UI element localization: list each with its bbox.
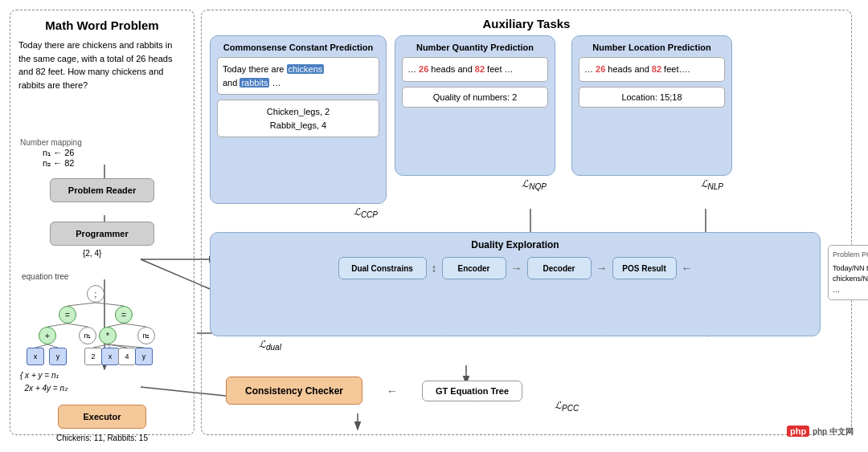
- nlp-loss: ℒNLP: [701, 178, 723, 191]
- logo: php php 中文网: [787, 425, 854, 438]
- ccp-loss: ℒCCP: [354, 206, 378, 219]
- math-problem-section: Math Word Problem Today there are chicke…: [10, 10, 194, 435]
- ccp-result-box: Chicken_legs, 2Rabbit_legs, 4: [217, 100, 379, 137]
- arrow-dp: →: [596, 262, 608, 275]
- auxiliary-title: Auxiliary Tasks: [210, 17, 843, 31]
- dual-constrains-box: Dual Constrains: [338, 257, 427, 279]
- main-container: Math Word Problem Today there are chicke…: [0, 0, 868, 452]
- pos-result-box: POS Result: [612, 257, 677, 279]
- equations: { x + y = n₁ 2x + 4y = n₂: [20, 369, 186, 395]
- tree-node-eq1: =: [59, 306, 76, 324]
- top-panels: Commonsense Constant Prediction Today th…: [210, 35, 843, 204]
- problem-reader-box: Problem Reader: [50, 178, 154, 202]
- svg-line-22: [96, 303, 124, 306]
- decoder-box: Decoder: [527, 257, 592, 279]
- encoder-box: Encoder: [442, 257, 506, 279]
- n1-label: n₁ ← 26: [43, 148, 186, 158]
- tree-node-eq2: =: [115, 306, 133, 324]
- ccp-highlight-rabbits: rabbits: [240, 78, 269, 88]
- svg-line-26: [124, 324, 146, 327]
- pos-tagging-text: Today/NN there/EX are/VBPchickens/NNS an…: [833, 263, 868, 296]
- tree-node-root: ;: [87, 285, 104, 303]
- auxiliary-section: Auxiliary Tasks Commonsense Constant Pre…: [201, 10, 852, 435]
- arrow-ed: →: [511, 262, 522, 275]
- tree-node-y1: y: [49, 348, 67, 365]
- ccp-text-ellipsis: …: [272, 78, 281, 88]
- nlp-panel: Number Location Prediction … 26 heads an…: [571, 35, 732, 176]
- tree-node-y2: y: [135, 348, 153, 365]
- ccp-highlight-chickens: chickens: [287, 64, 325, 74]
- tree-node-plus: +: [39, 327, 56, 344]
- nlp-title: Number Location Prediction: [579, 43, 725, 52]
- number-mapping-label: Number mapping: [20, 138, 82, 147]
- ccp-text-before: Today there are: [223, 64, 287, 74]
- arrow-ec: ↕: [432, 262, 437, 275]
- nqp-title: Number Quantity Prediction: [402, 43, 548, 52]
- gt-equation-box: GT Equation Tree: [422, 381, 522, 401]
- tree-node-n2: n₂: [137, 327, 155, 344]
- equation-tree-diagram: ; = = + n₁ * n₂ x y 2 x 4 y: [18, 285, 186, 365]
- bottom-row: Consistency Checker ← GT Equation Tree ℒ…: [226, 377, 843, 405]
- consistency-checker-box: Consistency Checker: [226, 377, 362, 405]
- pos-tagging-label: Problem POS tagging: [833, 250, 868, 261]
- ccp-text-and: and: [223, 78, 240, 88]
- pcc-loss: ℒPCC: [555, 400, 579, 413]
- tree-node-x2: x: [101, 348, 119, 365]
- brace-values: {2, 4}: [83, 249, 186, 258]
- equation-tree-label: equation tree: [22, 272, 186, 281]
- nlp-text-box: … 26 heads and 82 feet….: [579, 57, 725, 82]
- arrow-gt: ←: [387, 385, 398, 397]
- nlp-result-box: Location: 15;18: [579, 87, 725, 108]
- tree-node-4: 4: [118, 348, 136, 365]
- nqp-text-box: … 26 heads and 82 feet …: [402, 57, 548, 82]
- duality-title: Duality Exploration: [217, 239, 813, 250]
- nqp-panel: Number Quantity Prediction … 26 heads an…: [395, 35, 555, 176]
- executor-box: Executor: [58, 405, 146, 429]
- tree-node-2: 2: [84, 348, 102, 365]
- dual-loss: ℒdual: [259, 339, 281, 352]
- duality-components: Dual Constrains ↕ Encoder → Decoder →: [217, 257, 813, 279]
- svg-line-25: [108, 324, 124, 327]
- tree-node-x1: x: [27, 348, 44, 365]
- ccp-panel: Commonsense Constant Prediction Today th…: [210, 35, 387, 204]
- output-text: Chickens: 11, Rabbits: 15: [18, 434, 186, 442]
- tree-node-mul: *: [99, 327, 117, 344]
- svg-line-21: [68, 303, 96, 306]
- programmer-box: Programmer: [50, 222, 154, 246]
- problem-text: Today there are chickens and rabbits in …: [18, 39, 186, 92]
- ccp-title: Commonsense Constant Prediction: [217, 43, 379, 52]
- tree-node-n1: n₁: [79, 327, 96, 344]
- pos-tagging-box: Problem POS tagging Today/NN there/EX ar…: [828, 245, 868, 300]
- svg-line-23: [47, 324, 68, 327]
- number-mapping-area: Number mapping n₁ ← 26 n₂ ← 82: [18, 148, 186, 169]
- ccp-text-box: Today there are chickens and rabbits …: [217, 57, 379, 95]
- math-problem-title: Math Word Problem: [18, 18, 186, 32]
- nqp-result-box: Quality of numbers: 2: [402, 87, 548, 108]
- nqp-loss: ℒNQP: [522, 178, 547, 191]
- arrow-pr: ←: [682, 262, 693, 275]
- duality-panel: Duality Exploration Dual Constrains ↕ En…: [210, 232, 821, 336]
- n2-label: n₂ ← 82: [43, 158, 186, 169]
